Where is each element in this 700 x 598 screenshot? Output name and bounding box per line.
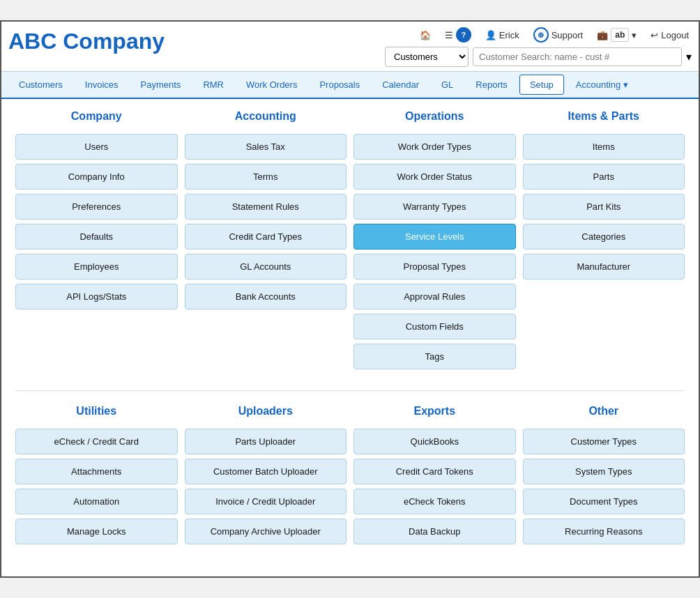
setup-btn-preferences[interactable]: Preferences	[15, 194, 178, 220]
nav-item-gl[interactable]: GL	[431, 75, 464, 95]
section-buttons: ItemsPartsPart KitsCategoriesManufacture…	[523, 134, 685, 279]
setup-btn-items[interactable]: Items	[523, 134, 685, 160]
top-right: 🏠 ☰ ? 👤 Erick ⊕ Support 💼 ab ▾	[385, 26, 692, 67]
setup-btn-system-types[interactable]: System Types	[523, 459, 685, 484]
top-bar: ABC Company 🏠 ☰ ? 👤 Erick ⊕ Support	[1, 22, 699, 72]
section-buttons: QuickBooksCredit Card TokenseCheck Token…	[353, 429, 516, 544]
support-icon: ⊕	[533, 27, 549, 43]
nav-item-customers[interactable]: Customers	[8, 75, 73, 95]
section-header: Utilities	[15, 405, 178, 420]
setup-btn-company-info[interactable]: Company Info	[15, 164, 178, 190]
section-items--parts: Items & PartsItemsPartsPart KitsCategori…	[523, 110, 685, 369]
section-header: Exports	[353, 405, 516, 420]
sections-divider	[15, 390, 685, 391]
user-label: Erick	[499, 30, 519, 40]
app-frame: ABC Company 🏠 ☰ ? 👤 Erick ⊕ Support	[0, 20, 700, 578]
top-icons: 🏠 ☰ ? 👤 Erick ⊕ Support 💼 ab ▾	[417, 26, 692, 44]
user-icon: 👤	[485, 30, 496, 40]
section-buttons: Sales TaxTermsStatement RulesCredit Card…	[185, 134, 347, 309]
nav-item-reports[interactable]: Reports	[465, 75, 518, 95]
setup-btn-credit-card-types[interactable]: Credit Card Types	[185, 224, 347, 250]
setup-btn-warranty-types[interactable]: Warranty Types	[353, 194, 516, 220]
section-company: CompanyUsersCompany InfoPreferencesDefau…	[15, 110, 178, 369]
logout-icon: ↩	[650, 30, 658, 40]
setup-btn-employees[interactable]: Employees	[15, 254, 178, 279]
section-header: Accounting	[185, 110, 347, 125]
setup-btn-service-levels[interactable]: Service Levels	[353, 224, 516, 250]
setup-btn-bank-accounts[interactable]: Bank Accounts	[185, 284, 347, 309]
app-title: ABC Company	[8, 26, 165, 57]
setup-btn-manage-locks[interactable]: Manage Locks	[15, 519, 178, 544]
nav-item-work-orders[interactable]: Work Orders	[236, 75, 307, 95]
section-exports: ExportsQuickBooksCredit Card TokenseChec…	[353, 405, 516, 544]
setup-btn-data-backup[interactable]: Data Backup	[353, 519, 516, 544]
section-header: Uploaders	[185, 405, 347, 420]
section-utilities: UtilitieseCheck / Credit CardAttachments…	[15, 405, 178, 544]
nav-item-setup[interactable]: Setup	[519, 75, 564, 95]
setup-btn-attachments[interactable]: Attachments	[15, 459, 178, 484]
setup-btn-credit-card-tokens[interactable]: Credit Card Tokens	[353, 459, 516, 484]
home-icon: 🏠	[420, 30, 431, 40]
setup-btn-gl-accounts[interactable]: GL Accounts	[185, 254, 347, 279]
ab-button[interactable]: 💼 ab ▾	[594, 26, 639, 43]
entity-dropdown[interactable]: Customers	[385, 47, 469, 67]
setup-btn-terms[interactable]: Terms	[185, 164, 347, 190]
nav-item-accounting-[interactable]: Accounting ▾	[565, 75, 639, 95]
nav-item-payments[interactable]: Payments	[130, 75, 192, 95]
setup-btn-custom-fields[interactable]: Custom Fields	[353, 314, 516, 339]
logout-label: Logout	[661, 30, 689, 40]
setup-btn-sales-tax[interactable]: Sales Tax	[185, 134, 347, 160]
setup-btn-api-logs-stats[interactable]: API Logs/Stats	[15, 284, 178, 309]
section-header: Operations	[353, 110, 516, 125]
nav-item-rmr[interactable]: RMR	[192, 75, 234, 95]
user-button[interactable]: 👤 Erick	[482, 29, 522, 42]
setup-btn-tags[interactable]: Tags	[353, 344, 516, 369]
setup-btn-invoice---credit-uploader[interactable]: Invoice / Credit Uploader	[185, 489, 347, 514]
menu-button[interactable]: ☰ ?	[442, 26, 474, 44]
section-operations: OperationsWork Order TypesWork Order Sta…	[353, 110, 516, 369]
search-chevron-icon: ▾	[686, 50, 692, 63]
setup-btn-quickbooks[interactable]: QuickBooks	[353, 429, 516, 454]
section-uploaders: UploadersParts UploaderCustomer Batch Up…	[185, 405, 347, 544]
help-badge: ?	[456, 27, 471, 43]
setup-btn-users[interactable]: Users	[15, 134, 178, 160]
section-buttons: UsersCompany InfoPreferencesDefaultsEmpl…	[15, 134, 178, 309]
setup-btn-approval-rules[interactable]: Approval Rules	[353, 284, 516, 309]
logout-button[interactable]: ↩ Logout	[648, 29, 692, 42]
nav-bar: CustomersInvoicesPaymentsRMRWork OrdersP…	[1, 72, 699, 99]
setup-btn-customer-batch-uploader[interactable]: Customer Batch Uploader	[185, 459, 347, 484]
ab-badge: ab	[611, 28, 629, 42]
setup-btn-part-kits[interactable]: Part Kits	[523, 194, 685, 220]
setup-btn-work-order-types[interactable]: Work Order Types	[353, 134, 516, 160]
setup-btn-echeck-tokens[interactable]: eCheck Tokens	[353, 489, 516, 514]
nav-item-proposals[interactable]: Proposals	[309, 75, 370, 95]
setup-btn-customer-types[interactable]: Customer Types	[523, 429, 685, 454]
main-content: CompanyUsersCompany InfoPreferencesDefau…	[1, 99, 699, 576]
setup-btn-manufacturer[interactable]: Manufacturer	[523, 254, 685, 279]
home-button[interactable]: 🏠	[417, 29, 434, 42]
section-other: OtherCustomer TypesSystem TypesDocument …	[523, 405, 685, 544]
setup-btn-defaults[interactable]: Defaults	[15, 224, 178, 250]
ab-chevron-icon: ▾	[632, 30, 637, 40]
setup-btn-echeck---credit-card[interactable]: eCheck / Credit Card	[15, 429, 178, 454]
setup-btn-statement-rules[interactable]: Statement Rules	[185, 194, 347, 220]
support-label: Support	[551, 30, 584, 40]
section-buttons: Parts UploaderCustomer Batch UploaderInv…	[185, 429, 347, 544]
setup-btn-work-order-status[interactable]: Work Order Status	[353, 164, 516, 190]
menu-icon: ☰	[445, 30, 453, 40]
bottom-sections-grid: UtilitieseCheck / Credit CardAttachments…	[15, 405, 685, 544]
setup-btn-recurring-reasons[interactable]: Recurring Reasons	[523, 519, 685, 544]
setup-btn-company-archive-uploader[interactable]: Company Archive Uploader	[185, 519, 347, 544]
search-input[interactable]	[473, 47, 682, 66]
setup-btn-document-types[interactable]: Document Types	[523, 489, 685, 514]
support-button[interactable]: ⊕ Support	[531, 26, 586, 44]
setup-btn-categories[interactable]: Categories	[523, 224, 685, 250]
section-accounting: AccountingSales TaxTermsStatement RulesC…	[185, 110, 347, 369]
setup-btn-proposal-types[interactable]: Proposal Types	[353, 254, 516, 279]
setup-btn-parts[interactable]: Parts	[523, 164, 685, 190]
setup-btn-parts-uploader[interactable]: Parts Uploader	[185, 429, 347, 454]
nav-item-calendar[interactable]: Calendar	[372, 75, 429, 95]
setup-btn-automation[interactable]: Automation	[15, 489, 178, 514]
nav-item-invoices[interactable]: Invoices	[75, 75, 129, 95]
top-sections-grid: CompanyUsersCompany InfoPreferencesDefau…	[15, 110, 685, 369]
